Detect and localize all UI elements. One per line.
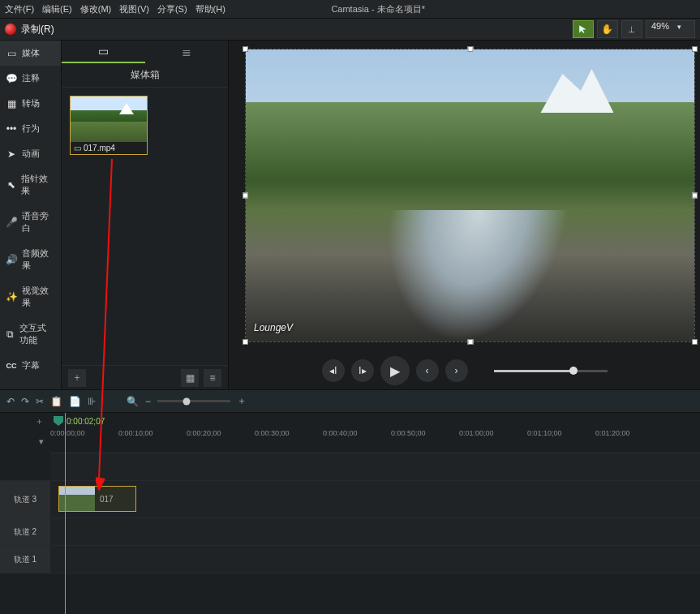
menu-bar: 文件(F) 编辑(E) 修改(M) 视图(V) 分享(S) 帮助(H) Camt… [0,0,700,18]
add-media-button[interactable]: ＋ [68,369,86,387]
animation-icon: ➤ [6,148,17,160]
sidebar-item-visual[interactable]: ✨视觉效果 [0,278,61,316]
tool-pan[interactable]: ✋ [597,20,618,38]
ruler-label: 0:01:10;00 [527,429,595,437]
zoom-out-button[interactable]: − [145,396,151,407]
sidebar-item-animation[interactable]: ➤动画 [0,141,61,166]
preview-image: LoungeV [246,49,694,341]
menu-share[interactable]: 分享(S) [157,3,187,15]
record-icon [5,24,16,35]
resize-handle[interactable] [467,46,473,52]
timeline-zoom-slider[interactable] [157,400,230,402]
menu-file[interactable]: 文件(F) [5,3,34,15]
cut-button[interactable]: ✂ [36,396,44,407]
menu-edit[interactable]: 编辑(E) [42,3,72,15]
sidebar-item-behavior[interactable]: •••行为 [0,116,61,141]
media-thumbnail [71,97,147,142]
wand-icon: ✨ [6,291,17,303]
cc-icon: CC [6,362,17,370]
track-body[interactable] [50,518,700,545]
view-list-button[interactable]: ≡ [204,369,221,387]
prev-frame-button[interactable]: ◂Ⅰ [322,359,345,382]
resize-handle[interactable] [692,339,698,345]
paste-button[interactable]: 📄 [69,396,81,407]
track-label[interactable]: 轨道 3 [0,481,50,517]
tool-sidebar: ▭媒体 💬注释 ▦转场 •••行为 ➤动画 ⬉指针效果 🎤语音旁白 🔊音频效果 … [0,41,62,389]
panel-tab-media[interactable]: ▭ [62,41,145,63]
redo-button[interactable]: ↷ [21,396,29,407]
ruler-label: 0:00:20;00 [187,429,255,437]
track-body[interactable]: 017 [50,481,700,517]
media-item[interactable]: ▭017.mp4 [70,96,148,155]
track-row: 轨道 2 [0,518,700,546]
record-label: 录制(R) [21,23,54,36]
resize-handle[interactable] [243,339,248,345]
clip-thumbnail [59,487,95,511]
playback-controls: ◂Ⅰ Ⅰ▸ ▶ ‹ › [234,349,695,386]
track-label[interactable]: 轨道 2 [0,518,50,545]
menu-view[interactable]: 视图(V) [119,3,149,15]
zoom-search-icon: 🔍 [127,396,139,407]
track-row-spacer [0,453,700,481]
timeline-clip[interactable]: 017 [58,486,136,512]
timeline-ruler[interactable]: 0:00:00;00 0:00:10;00 0:00:20;00 0:00:30… [50,429,700,453]
next-frame-button[interactable]: Ⅰ▸ [351,359,374,382]
track-body[interactable] [50,546,700,573]
resize-handle[interactable] [467,339,473,345]
film-icon: ▭ [6,48,17,59]
tool-select[interactable] [573,20,594,38]
ruler-label: 0:00:40;00 [323,429,391,437]
track-row: 轨道 3 017 [0,481,700,518]
sidebar-item-interactive[interactable]: ⧉交互式功能 [0,316,61,353]
preview-column: LoungeV ◂Ⅰ Ⅰ▸ ▶ ‹ › [229,41,700,389]
track-label[interactable]: 轨道 1 [0,546,50,573]
undo-button[interactable]: ↶ [6,396,15,407]
next-button[interactable]: › [445,359,468,382]
play-button[interactable]: ▶ [380,356,410,385]
prev-button[interactable]: ‹ [416,359,439,382]
ruler-label: 0:01:00;00 [459,429,527,437]
clip-name: 017 [95,495,114,504]
playhead-flag[interactable] [54,416,63,426]
workspace: ▭媒体 💬注释 ▦转场 •••行为 ➤动画 ⬉指针效果 🎤语音旁白 🔊音频效果 … [0,41,700,389]
ruler-label: 0:00:00;00 [50,429,118,437]
video-icon: ▭ [74,144,81,152]
sidebar-item-voice[interactable]: 🎤语音旁白 [0,204,61,241]
bubble-icon: 💬 [6,73,17,84]
resize-handle[interactable] [243,193,248,199]
media-item-name: 017.mp4 [84,144,115,152]
sidebar-item-cursor[interactable]: ⬉指针效果 [0,166,61,204]
ruler-label: 0:00:10;00 [118,429,187,437]
track-row: 轨道 1 [0,546,700,573]
preview-canvas[interactable]: LoungeV [245,49,695,342]
resize-handle[interactable] [692,193,698,199]
sidebar-item-annotation[interactable]: 💬注释 [0,66,61,91]
watermark: LoungeV [254,322,293,333]
svg-marker-0 [579,25,586,33]
resize-handle[interactable] [692,46,698,52]
add-track-button[interactable]: ＋ [35,415,44,427]
resize-handle[interactable] [243,46,248,52]
ruler-label: 0:01:20;00 [595,429,663,437]
sidebar-item-media[interactable]: ▭媒体 [0,41,61,66]
menu-modify[interactable]: 修改(M) [80,3,112,15]
panel-title: 媒体箱 [62,63,228,88]
menu-help[interactable]: 帮助(H) [195,3,225,15]
sidebar-item-audio[interactable]: 🔊音频效果 [0,241,61,278]
zoom-in-button[interactable]: ＋ [237,394,247,408]
copy-button[interactable]: 📋 [50,396,62,407]
cursor-icon: ⬉ [6,179,16,191]
tool-crop[interactable]: ⟂ [621,20,642,38]
view-grid-button[interactable]: ▦ [181,369,199,387]
sidebar-item-transition[interactable]: ▦转场 [0,91,61,116]
ruler-label: 0:00:30;00 [255,429,323,437]
panel-tab-library[interactable]: ≣ [145,41,229,63]
mic-icon: 🎤 [6,217,17,228]
record-button[interactable]: 录制(R) [5,23,54,36]
split-button[interactable]: ⊪ [88,396,96,407]
canvas-zoom-select[interactable]: 49% [646,20,695,38]
media-panel: ▭ ≣ 媒体箱 ▭017.mp4 ＋ ▦ ≡ [62,41,229,389]
collapse-tracks-button[interactable]: ▾ [39,436,44,447]
volume-slider[interactable] [494,370,608,372]
sidebar-item-caption[interactable]: CC字幕 [0,353,61,378]
